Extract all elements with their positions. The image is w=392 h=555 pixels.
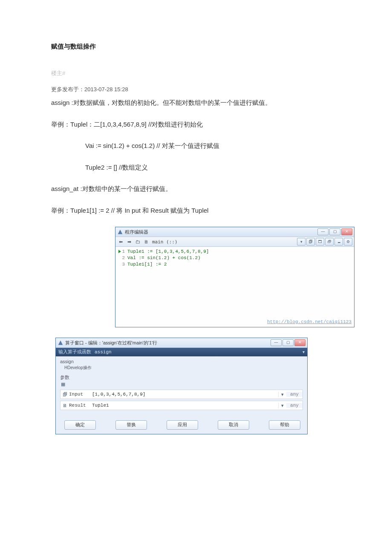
op-window-title: 算子窗口 - 编辑：'assign'在过程'main'的'1'行: [65, 340, 157, 346]
param-icon: ▦: [61, 382, 303, 387]
op-input-row: 输入算子或函数 assign ▾: [56, 348, 307, 356]
group-title: assign: [60, 359, 303, 364]
button-row: 确定 替换 应用 取消 帮助: [56, 416, 307, 434]
tool-btn-4[interactable]: 🗕: [334, 238, 343, 246]
param-row-input: 🗐 Input [1,0,3,4,5,6,7,8,9] ▾ any: [60, 390, 303, 399]
close-button[interactable]: ✕: [294, 339, 306, 346]
pc-arrow-icon: 1: [118, 249, 125, 255]
apply-button[interactable]: 应用: [167, 420, 198, 430]
assign-description: assign :对数据赋值，对数组的初始化。但不能对数组中的某一个值进行赋值。: [51, 97, 341, 109]
param-icon: 🗎: [61, 403, 69, 408]
file-icon[interactable]: 🗎: [143, 238, 150, 245]
param-head: 参数: [60, 374, 303, 381]
code-line-1: Tuple1 := [1,0,3,4,5,6,7,8,9]: [127, 249, 209, 255]
op-input-value[interactable]: assign: [95, 350, 112, 355]
param-name-input: Input: [69, 392, 90, 397]
example-label: 举例：: [51, 121, 70, 128]
editor-titlebar: 程序编辑器 — ▢ ✕: [115, 227, 354, 237]
line-number: 2: [118, 255, 125, 261]
example-label-2: 举例：: [51, 207, 70, 214]
tuple-init-code: Tuplel：二[1,0,3,4,567,8,9] //对数组进行初始化: [70, 121, 203, 128]
code-line-2: Val := sin(1.2) + cos(1.2): [127, 255, 201, 261]
op-input-label: 输入算子或函数: [58, 349, 91, 355]
app-icon: [117, 229, 123, 235]
close-button[interactable]: ✕: [341, 228, 352, 235]
tool-btn-2[interactable]: 🗔: [316, 238, 324, 246]
author-tag: 楼主#: [51, 69, 341, 77]
line-number: 3: [118, 261, 125, 268]
dropdown-icon[interactable]: ▾: [278, 392, 286, 397]
ok-button[interactable]: 确定: [64, 420, 96, 430]
minimize-button[interactable]: —: [317, 228, 329, 235]
folder-icon[interactable]: 🗀: [134, 238, 141, 245]
dropdown-button[interactable]: ▾: [297, 238, 306, 246]
tool-btn-3[interactable]: 🗗: [325, 238, 334, 246]
program-editor-window: 程序编辑器 — ▢ ✕ ⬅ ➡ 🗀 🗎 main (::) ▾ 🗐 🗔 🗗 🗕 …: [115, 227, 355, 327]
dropdown-icon[interactable]: ▾: [278, 403, 286, 408]
tool-btn-5[interactable]: ⚙: [344, 238, 352, 246]
vai-line: Vai := sin(1.2) + cos(1.2) // 对某一个值进行赋值: [51, 140, 341, 152]
code-area[interactable]: 1Tuple1 := [1,0,3,4,5,6,7,8,9] 2Val := s…: [115, 247, 354, 327]
param-name-result: Result: [69, 403, 90, 408]
app-icon: [58, 340, 63, 346]
operator-window: 算子窗口 - 编辑：'assign'在过程'main'的'1'行 — ▢ ✕ 输…: [55, 338, 308, 434]
editor-title: 程序编辑器: [125, 229, 148, 235]
assign-at-description: assign_at :对数组中的某一个值进行赋值。: [51, 183, 341, 195]
example-2: 举例：Tuple1[1] := 2 // 将 In put 和 Result 赋…: [51, 205, 341, 217]
param-value-result[interactable]: Tuple1: [90, 403, 278, 408]
cancel-button[interactable]: 取消: [218, 420, 249, 430]
replace-button[interactable]: 替换: [115, 420, 147, 430]
example-1: 举例：Tuplel：二[1,0,3,4,567,8,9] //对数组进行初始化: [51, 119, 341, 131]
editor-toolbar: ⬅ ➡ 🗀 🗎 main (::) ▾ 🗐 🗔 🗗 🗕 ⚙: [115, 237, 354, 247]
dropdown-icon[interactable]: ▾: [303, 350, 305, 354]
param-value-input[interactable]: [1,0,3,4,5,6,7,8,9]: [90, 392, 278, 397]
op-titlebar: 算子窗口 - 编辑：'assign'在过程'main'的'1'行 — ▢ ✕: [56, 338, 307, 348]
param-row-result: 🗎 Result Tuple1 ▾ any: [60, 401, 303, 410]
tuple2-line: Tuple2 := [] //数组定义: [51, 162, 341, 174]
publish-meta: 更多发布于：2013-07-28 15:28: [51, 86, 341, 93]
help-button[interactable]: 帮助: [269, 420, 300, 430]
maximize-button[interactable]: ▢: [329, 228, 340, 235]
back-icon[interactable]: ⬅: [117, 238, 124, 245]
file-name: main (::): [152, 239, 178, 245]
param-icon: 🗐: [61, 392, 69, 397]
tuple-assign-code: Tuple1[1] := 2 // 将 In put 和 Result 赋值为 …: [70, 207, 208, 214]
param-type: any: [286, 403, 303, 408]
maximize-button[interactable]: ▢: [282, 339, 294, 346]
minimize-button[interactable]: —: [271, 339, 282, 346]
tool-btn-1[interactable]: 🗐: [306, 238, 315, 246]
param-type: any: [286, 392, 303, 397]
page-title: 赋值与数组操作: [51, 43, 341, 51]
group-sub: HDevelop操作: [64, 365, 303, 371]
watermark-link: http://blog.csdn.net/caiqi1123: [267, 319, 352, 325]
forward-icon[interactable]: ➡: [126, 238, 133, 245]
code-line-3: Tuple1[1] := 2: [127, 261, 167, 268]
